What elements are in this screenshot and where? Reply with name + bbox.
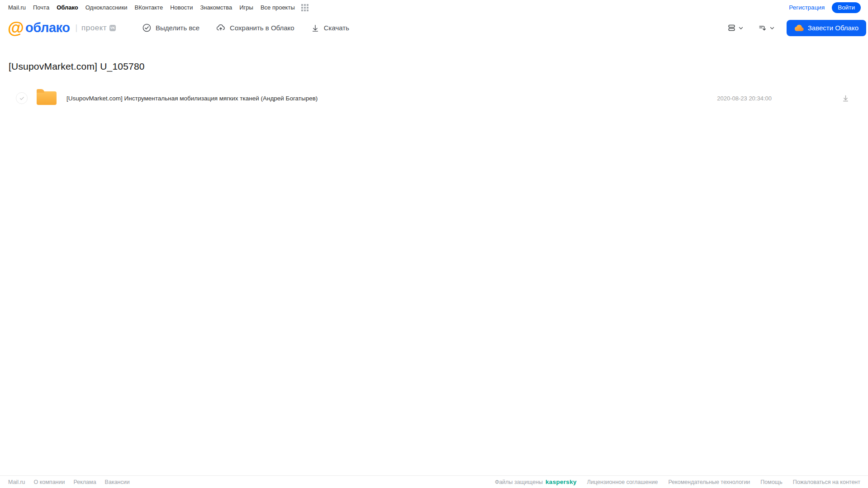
footer-link-mailru[interactable]: Mail.ru [8,479,25,485]
kaspersky-protected: Файлы защищены kaspersky [495,479,577,485]
mailru-at-icon: @ [8,21,24,35]
download-icon [311,24,320,33]
save-to-cloud-button[interactable]: Сохранить в Облако [216,23,294,33]
sort-button[interactable] [756,22,777,34]
nav-link-odnoklassniki[interactable]: Одноклассники [85,4,128,11]
select-all-label: Выделить все [156,24,199,32]
footer-link-about[interactable]: О компании [34,479,65,485]
row-download-button[interactable] [840,93,851,104]
top-nav-auth: Регистрация Войти [789,2,861,13]
login-button[interactable]: Войти [832,2,861,13]
page: Mail.ru Почта Облако Одноклассники ВКонт… [0,0,868,488]
logo-text: облако [25,20,70,35]
footer-link-recommendations[interactable]: Рекомендательные технологии [668,479,750,485]
get-cloud-button[interactable]: Завести Облако [787,20,866,36]
footer-link-report[interactable]: Пожаловаться на контент [793,479,860,485]
kaspersky-logo[interactable]: kaspersky [545,479,577,485]
nav-link-oblako[interactable]: Облако [57,4,78,11]
nav-link-igry[interactable]: Игры [239,4,253,11]
apps-grid-icon[interactable] [301,4,308,11]
table-row[interactable]: [UsupovMarket.com] Инструментальная моби… [0,89,868,108]
protected-label: Файлы защищены [495,479,543,485]
file-name-link[interactable]: [UsupovMarket.com] Инструментальная моби… [66,95,318,102]
chevron-down-icon [769,25,775,31]
cloud-toolbar: @ облако | проект VK Выделить все Сохран… [0,15,868,41]
download-icon [841,94,850,103]
cloud-logo[interactable]: @ облако | проект VK [8,20,116,35]
footer: Mail.ru О компании Реклама Вакансии Файл… [0,475,868,488]
download-button[interactable]: Скачать [311,24,349,33]
main-content: [UsupovMarket.com] U_105780 [UsupovMarke… [0,41,868,475]
footer-right-links: Файлы защищены kaspersky Лицензионное со… [495,479,860,485]
get-cloud-label: Завести Облако [808,24,859,32]
download-label: Скачать [324,24,349,32]
footer-link-help[interactable]: Помощь [760,479,782,485]
nav-link-vse-proekty[interactable]: Все проекты [261,4,295,11]
chevron-down-icon [738,25,744,31]
nav-link-novosti[interactable]: Новости [170,4,193,11]
footer-link-jobs[interactable]: Вакансии [105,479,130,485]
save-to-cloud-label: Сохранить в Облако [230,24,294,32]
select-all-button[interactable]: Выделить все [142,23,199,33]
footer-left-links: Mail.ru О компании Реклама Вакансии [8,479,130,485]
toolbar-actions: Выделить все Сохранить в Облако Скачать [142,23,349,33]
footer-link-ads[interactable]: Реклама [73,479,96,485]
logo-project-label: проект [81,24,107,33]
footer-link-license[interactable]: Лицензионное соглашение [587,479,658,485]
cloud-upload-icon [216,23,226,33]
sort-icon [758,24,767,32]
logo-separator: | [75,23,77,33]
top-nav-links: Mail.ru Почта Облако Одноклассники ВКонт… [8,4,308,11]
vk-badge-icon: VK [109,25,116,31]
nav-link-pochta[interactable]: Почта [33,4,49,11]
toolbar-right: Завести Облако [726,20,866,36]
list-view-icon [727,24,736,32]
cloud-icon [794,24,804,32]
top-nav: Mail.ru Почта Облако Одноклассники ВКонт… [0,0,868,15]
check-circle-icon [142,23,152,33]
nav-link-mailru[interactable]: Mail.ru [8,4,26,11]
nav-link-znakomstva[interactable]: Знакомства [200,4,232,11]
nav-link-vkontakte[interactable]: ВКонтакте [135,4,163,11]
page-title: [UsupovMarket.com] U_105780 [0,41,868,72]
folder-icon [37,91,57,105]
view-toggle-button[interactable] [726,22,745,34]
row-checkbox[interactable] [16,92,28,104]
file-date: 2020-08-23 20:34:00 [717,95,772,102]
registration-link[interactable]: Регистрация [789,4,825,11]
